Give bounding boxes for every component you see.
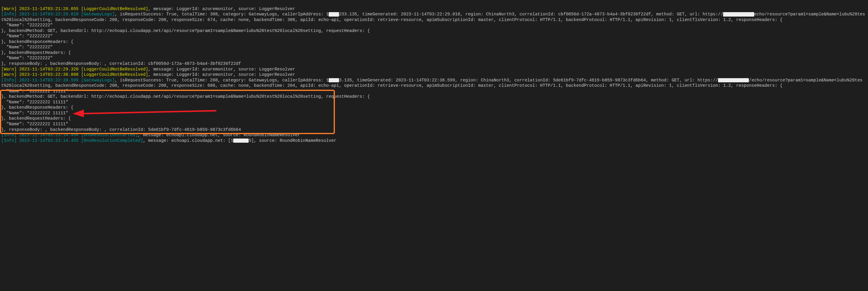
log-text: }, backendRequestHeaders: { <box>1 50 71 55</box>
redacted-block <box>329 12 339 16</box>
log-logger: DnsResolutionCompleted <box>84 138 140 143</box>
log-timestamp: 2023-11-14T03:22:38.808 <box>19 72 79 77</box>
log-text: , isRequestSuccess: True, totalTime: 308… <box>115 12 329 16</box>
log-line[interactable]: "Name": "22222222" <box>1 44 867 50</box>
bracket: ] <box>135 133 138 137</box>
log-text: }, responseBody: , backendResponseBody: … <box>1 61 241 66</box>
log-logger: LoggerCouldNotBeResolved <box>84 72 146 77</box>
log-line[interactable]: "Name": "22222222 11111" <box>1 100 867 105</box>
log-level: Warn <box>4 67 14 72</box>
log-text: }, backendResponseHeaders: { <box>1 39 73 44</box>
log-text: , message: LoggerId: azuremonitor, sourc… <box>148 67 295 72</box>
redacted-block <box>723 12 754 16</box>
log-line[interactable]: [Info] 2023-11-14T03:23:14.454 [DnsResol… <box>1 132 867 138</box>
log-text: "Name": "22222222 11111" <box>1 100 68 105</box>
log-text: }, backendRequestHeaders: { <box>1 116 71 121</box>
bracket: [ <box>1 6 4 11</box>
log-logger: DnsResolutionStarted <box>84 133 135 137</box>
log-line[interactable]: [Info] 2023-11-14T03:22:38.599 [GatewayL… <box>1 78 867 88</box>
log-logger: LoggerCouldNotBeResolved <box>84 6 146 11</box>
log-line[interactable]: "Name": "22222222" <box>1 56 867 61</box>
bracket: ] <box>146 6 148 11</box>
log-level: Info <box>4 78 14 83</box>
log-text: , message: echoapi.cloudapp.net: [1 <box>143 138 234 143</box>
log-text: , message: echoapi.cloudapp.net, source:… <box>138 133 300 137</box>
log-text: "Name": "22222222 11111" <box>1 122 68 126</box>
redacted-block <box>718 78 749 83</box>
log-line[interactable]: }, backendRequestHeaders: { <box>1 116 867 121</box>
log-level: Info <box>4 138 14 143</box>
log-line[interactable]: }, backendMethod: GET, backendUrl: http:… <box>1 28 867 34</box>
bracket: ] <box>14 133 19 137</box>
bracket: ] <box>14 138 19 143</box>
bracket: [ <box>1 138 4 143</box>
log-text: "Name": "22222222" <box>1 34 53 38</box>
log-line[interactable]: }, backendResponseHeaders: { <box>1 39 867 45</box>
log-text: }, backendMethod: GET, backendUrl: http:… <box>1 94 370 99</box>
log-timestamp: 2023-11-14T03:22:29.010 <box>19 12 79 16</box>
log-text: , message: LoggerId: azuremonitor, sourc… <box>148 72 295 77</box>
redacted-block <box>329 78 339 83</box>
log-level: Warn <box>4 72 14 77</box>
log-line[interactable]: "Name": "22222222" <box>1 23 867 28</box>
log-line[interactable]: [Warn] 2023-11-14T03:21:20.055 [LoggerCo… <box>1 6 867 12</box>
log-logger: GatewayLogs <box>84 12 112 16</box>
log-text: "Name": "22222222" <box>1 56 53 61</box>
log-line[interactable]: [Info] 2023-11-14T03:22:29.010 [GatewayL… <box>1 11 867 23</box>
bracket: [ <box>1 67 4 72</box>
log-text: , message: LoggerId: azuremonitor, sourc… <box>148 6 295 11</box>
log-text: }, responseBody: , backendResponseBody: … <box>1 127 241 132</box>
log-line[interactable]: [Info] 2023-11-14T03:23:14.455 [DnsResol… <box>1 138 867 144</box>
bracket: ] <box>112 78 115 83</box>
log-level: Warn <box>4 6 14 11</box>
log-line[interactable]: [Warn] 2023-11-14T03:22:38.808 [LoggerCo… <box>1 72 867 78</box>
log-timestamp: 2023-11-14T03:23:14.454 <box>19 133 79 137</box>
log-text: 233.135 <box>339 12 357 16</box>
log-timestamp: 2023-11-14T03:22:29.320 <box>19 67 79 72</box>
log-line[interactable]: [Warn] 2023-11-14T03:22:29.320 [LoggerCo… <box>1 67 867 72</box>
log-text: , timeGenerated: 2023-11-14T03:22:29.010… <box>357 12 723 16</box>
log-timestamp: 2023-11-14T03:21:20.055 <box>19 6 79 11</box>
log-level: Info <box>4 133 14 137</box>
log-line[interactable]: }, backendResponseHeaders: { <box>1 105 867 110</box>
log-line[interactable]: }, responseBody: , backendResponseBody: … <box>1 127 867 133</box>
bracket: ] <box>141 138 143 143</box>
log-text: , timeGenerated: 2023-11-14T03:22:38.599… <box>352 78 718 83</box>
log-text: 3.135 <box>339 78 352 83</box>
redacted-block <box>233 139 249 143</box>
log-line[interactable]: "Name": "22222222" <box>1 33 867 39</box>
log-text: "Name": "22222222" <box>1 23 53 28</box>
bracket: ] <box>146 67 148 72</box>
log-level: Info <box>4 12 14 16</box>
log-timestamp: 2023-11-14T03:23:14.455 <box>19 138 79 143</box>
bracket: ] <box>14 12 19 16</box>
log-line[interactable]: "Name": "22222222 11111" <box>1 121 867 127</box>
bracket: ] <box>14 78 19 83</box>
log-text: , isRequestSuccess: True, totalTime: 208… <box>115 78 329 83</box>
log-logger: LoggerCouldNotBeResolved <box>84 67 146 72</box>
log-text: 5], source: RoundRobinNameResolver <box>249 138 336 143</box>
bracket: [ <box>1 12 4 16</box>
log-line[interactable]: "Name": "22222222 11111" <box>1 88 867 94</box>
log-text: }, backendMethod: GET, backendUrl: http:… <box>1 28 370 33</box>
bracket: ] <box>14 72 19 77</box>
bracket: ] <box>14 6 19 11</box>
log-text: }, backendResponseHeaders: { <box>1 105 73 110</box>
bracket: [ <box>1 72 4 77</box>
log-line[interactable]: "Name": "22222222 11111" <box>1 110 867 116</box>
log-text: "Name": "22222222" <box>1 45 53 49</box>
log-line[interactable]: }, responseBody: , backendResponseBody: … <box>1 61 867 67</box>
bracket: [ <box>1 78 4 83</box>
log-text: "Name": "22222222 11111" <box>1 111 68 115</box>
log-timestamp: 2023-11-14T03:22:38.599 <box>19 78 79 83</box>
log-output[interactable]: [Warn] 2023-11-14T03:21:20.055 [LoggerCo… <box>0 0 868 144</box>
bracket: ] <box>146 72 148 77</box>
log-text: "Name": "22222222 11111" <box>1 89 68 94</box>
log-logger: GatewayLogs <box>84 78 112 83</box>
log-line[interactable]: }, backendRequestHeaders: { <box>1 50 867 56</box>
bracket: ] <box>14 67 19 72</box>
bracket: ] <box>112 12 115 16</box>
log-line[interactable]: }, backendMethod: GET, backendUrl: http:… <box>1 94 867 100</box>
bracket: [ <box>1 133 4 137</box>
